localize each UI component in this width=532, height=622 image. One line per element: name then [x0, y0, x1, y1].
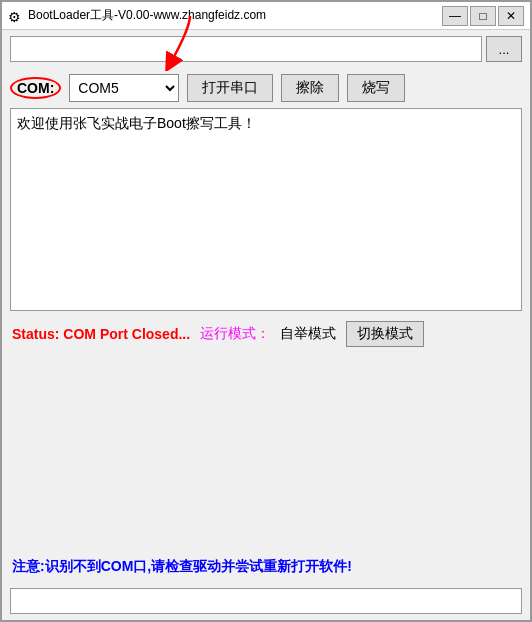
status-row: Status: COM Port Closed... 运行模式： 自举模式 切换… — [10, 317, 522, 351]
com-select[interactable]: COM5 COM1 COM2 COM3 COM4 — [69, 74, 179, 102]
file-row: ... — [10, 36, 522, 62]
mode-label: 运行模式： — [200, 325, 270, 343]
file-path-input[interactable] — [10, 36, 482, 62]
com-row: COM: COM5 COM1 COM2 COM3 COM4 打开串口 擦除 烧写 — [10, 74, 522, 102]
log-content: 欢迎使用张飞实战电子Boot擦写工具！ — [17, 115, 256, 131]
open-port-button[interactable]: 打开串口 — [187, 74, 273, 102]
main-content: ... COM: COM5 COM1 COM2 — [2, 30, 530, 620]
title-bar: ⚙ BootLoader工具-V0.00-www.zhangfeidz.com … — [2, 2, 530, 30]
window-title: BootLoader工具-V0.00-www.zhangfeidz.com — [28, 7, 266, 24]
app-icon: ⚙ — [8, 9, 22, 23]
title-bar-left: ⚙ BootLoader工具-V0.00-www.zhangfeidz.com — [8, 7, 266, 24]
maximize-button[interactable]: □ — [470, 6, 496, 26]
status-text: Status: COM Port Closed... — [12, 326, 190, 342]
close-button[interactable]: ✕ — [498, 6, 524, 26]
bottom-note: 注意:识别不到COM口,请检查驱动并尝试重新打开软件! — [10, 552, 522, 582]
mode-value: 自举模式 — [280, 325, 336, 343]
erase-button[interactable]: 擦除 — [281, 74, 339, 102]
write-button[interactable]: 烧写 — [347, 74, 405, 102]
log-area: 欢迎使用张飞实战电子Boot擦写工具！ — [10, 108, 522, 311]
mode-switch-button[interactable]: 切换模式 — [346, 321, 424, 347]
com-label: COM: — [10, 77, 61, 99]
browse-button[interactable]: ... — [486, 36, 522, 62]
main-window: ⚙ BootLoader工具-V0.00-www.zhangfeidz.com … — [0, 0, 532, 622]
bottom-input[interactable] — [10, 588, 522, 614]
spacer — [10, 357, 522, 546]
minimize-button[interactable]: — — [442, 6, 468, 26]
title-controls: — □ ✕ — [442, 6, 524, 26]
